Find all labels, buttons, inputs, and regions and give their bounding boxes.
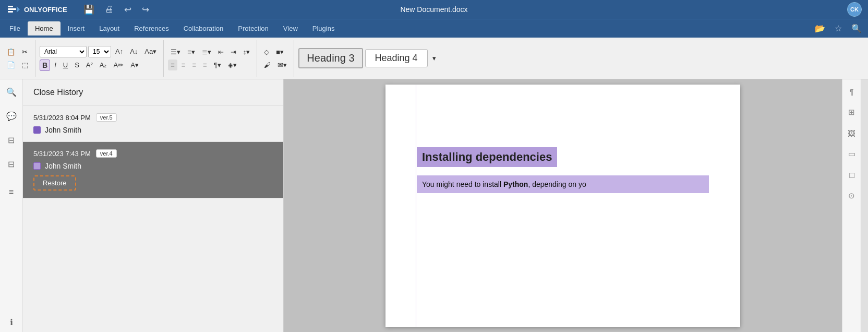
align-right-btn[interactable]: ≡ [189, 60, 199, 70]
case-btn[interactable]: Aa▾ [142, 46, 159, 57]
align-left-btn[interactable]: ≡ [168, 60, 177, 70]
paragraph-mark-sidebar-icon[interactable]: ¶ [845, 85, 859, 98]
decrease-indent-btn[interactable]: ⇤ [215, 46, 226, 57]
font-name-select[interactable]: Arial [40, 46, 87, 57]
close-history-btn[interactable]: Close History [23, 79, 283, 106]
mail-merge-btn[interactable]: ✉▾ [275, 60, 290, 70]
user-color-1 [33, 126, 41, 134]
chart-icon[interactable]: ⊟ [4, 157, 19, 171]
user-name-2: John Smith [45, 162, 81, 170]
image-sidebar-icon[interactable]: 🖼 [845, 126, 859, 140]
headings-icon[interactable]: ≡ [4, 185, 19, 199]
redo-icon[interactable]: ↪ [142, 4, 149, 15]
window-controls-left: 💾 🖨 ↩ ↪ [83, 4, 149, 15]
line-spacing-btn[interactable]: ↕▾ [240, 46, 253, 57]
menu-plugins[interactable]: Plugins [305, 21, 342, 35]
paragraph-mark-btn[interactable]: ¶▾ [211, 60, 224, 70]
svg-rect-2 [8, 8, 16, 10]
history-item-2[interactable]: 5/31/2023 7:43 PM ver.4 John Smith Resto… [23, 142, 283, 198]
menu-bar-right: 📂 ☆ 🔍 [815, 23, 866, 33]
superscript-btn[interactable]: A² [83, 60, 95, 70]
cut-btn[interactable]: ✂ [19, 46, 30, 57]
print-icon[interactable]: 🖨 [105, 4, 114, 15]
more-styles-btn[interactable]: ▾ [430, 53, 439, 64]
open-file-icon[interactable]: 📂 [815, 23, 825, 33]
doc-bold-word: Python [503, 180, 528, 188]
onlyoffice-logo-icon [6, 2, 21, 17]
bold-btn[interactable]: B [40, 60, 50, 71]
decrease-font-btn[interactable]: A↓ [127, 46, 140, 57]
slides-icon[interactable]: ⊟ [4, 133, 19, 147]
font-size-select[interactable]: 15 [88, 46, 111, 57]
document-area: Installing dependencies You might need t… [284, 79, 842, 332]
history-date-2: 5/31/2023 7:43 PM [33, 150, 91, 158]
restore-btn[interactable]: Restore [33, 175, 76, 191]
user-name-1: John Smith [45, 126, 81, 134]
menu-insert[interactable]: Insert [61, 21, 92, 35]
numbering-btn[interactable]: ≡▾ [185, 46, 198, 57]
comments-icon[interactable]: 💬 [4, 109, 19, 123]
history-user-1: John Smith [33, 126, 273, 134]
increase-indent-btn[interactable]: ⇥ [228, 46, 239, 57]
shape-sidebar-icon[interactable]: ▭ [845, 147, 859, 161]
menu-references[interactable]: References [127, 21, 176, 35]
menu-collaboration[interactable]: Collaboration [176, 21, 231, 35]
toolbar-paragraph-group: ☰▾ ≡▾ ≣▾ ⇤ ⇥ ↕▾ ≡ ≡ ≡ ≡ ¶▾ ◈▾ [168, 40, 257, 77]
svg-rect-3 [8, 11, 13, 13]
select-btn[interactable]: ⬚ [19, 60, 31, 70]
doc-heading: Installing dependencies [417, 147, 557, 167]
info-icon[interactable]: ℹ [4, 317, 19, 332]
underline-btn[interactable]: U [61, 60, 70, 70]
heading3-style-btn[interactable]: Heading 3 [298, 48, 363, 68]
favorite-icon[interactable]: ☆ [835, 23, 842, 33]
increase-font-btn[interactable]: A↑ [113, 46, 126, 57]
user-avatar[interactable]: CK [847, 2, 862, 17]
margin-line [416, 85, 416, 327]
clear-format-btn[interactable]: ◇ [261, 46, 272, 57]
document-title: New Document.docx [400, 5, 467, 14]
subscript-btn[interactable]: A₂ [97, 60, 110, 70]
menu-protection[interactable]: Protection [231, 21, 276, 35]
find-icon[interactable]: 🔍 [4, 85, 19, 99]
menu-file[interactable]: File [2, 21, 28, 35]
app-name: ONLYOFFICE [24, 6, 67, 14]
align-justify-btn[interactable]: ≡ [200, 60, 210, 70]
bullets-btn[interactable]: ☰▾ [168, 46, 183, 57]
strikethrough-btn[interactable]: S [72, 60, 82, 70]
version-badge-1: ver.5 [96, 113, 117, 122]
font-color-btn[interactable]: A▾ [128, 60, 141, 70]
left-sidebar: 🔍 💬 ⊟ ⊟ ≡ ℹ [0, 79, 23, 332]
shading-btn[interactable]: ◈▾ [225, 60, 239, 70]
history-item-1[interactable]: 5/31/2023 8:04 PM ver.5 John Smith [23, 106, 283, 142]
heading4-style-btn[interactable]: Heading 4 [365, 49, 428, 67]
history-panel: Close History 5/31/2023 8:04 PM ver.5 Jo… [23, 79, 284, 332]
title-bar: ONLYOFFICE 💾 🖨 ↩ ↪ New Document.docx CK [0, 0, 868, 19]
highlight-btn[interactable]: A✏ [111, 60, 126, 70]
table-sidebar-icon[interactable]: ⊞ [845, 105, 859, 119]
menu-home[interactable]: Home [28, 21, 61, 35]
toolbar-styles-group: Heading 3 Heading 4 ▾ [298, 40, 442, 77]
menu-view[interactable]: View [276, 21, 305, 35]
paste-btn[interactable]: 📄 [4, 60, 18, 70]
search-menu-icon[interactable]: 🔍 [851, 23, 862, 33]
color-scheme-btn[interactable]: ■▾ [273, 46, 286, 57]
undo-icon[interactable]: ↩ [124, 4, 131, 15]
version-badge-2: ver.4 [96, 149, 117, 158]
history-date-1: 5/31/2023 8:04 PM [33, 114, 91, 122]
italic-btn[interactable]: I [52, 60, 59, 70]
title-bar-right: CK [847, 2, 862, 17]
vertical-scrollbar[interactable] [861, 79, 868, 332]
app-logo: ONLYOFFICE [6, 2, 67, 17]
menu-layout[interactable]: Layout [92, 21, 127, 35]
multilevel-btn[interactable]: ≣▾ [199, 46, 214, 57]
menu-bar: File Home Insert Layout References Colla… [0, 19, 868, 38]
save-icon[interactable]: 💾 [83, 4, 94, 15]
copy-format-btn[interactable]: 📋 [4, 46, 18, 57]
document-page: Installing dependencies You might need t… [385, 85, 740, 327]
textbox-sidebar-icon[interactable]: ◻ [845, 168, 859, 182]
user-color-2 [33, 162, 41, 170]
align-center-btn[interactable]: ≡ [179, 60, 188, 70]
circle-sidebar-icon[interactable]: ⊙ [845, 189, 859, 203]
toolbar-clipboard-group: 📋 ✂ 📄 ⬚ [4, 40, 35, 77]
copy-style-btn[interactable]: 🖌 [261, 60, 273, 70]
